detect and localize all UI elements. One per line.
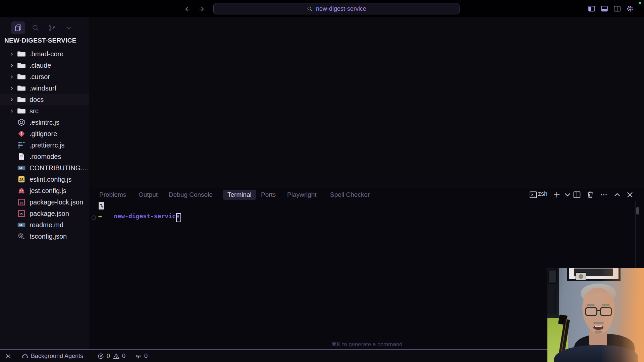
tab-problems[interactable]: Problems [99, 190, 126, 200]
search-tab-button[interactable] [29, 21, 43, 34]
more-actions-ellipsis-icon[interactable] [599, 190, 608, 199]
recording-dot [639, 2, 641, 4]
chevron-right-icon [9, 51, 14, 57]
chevron-right-icon [9, 63, 14, 68]
terminal-continuation-line: % [99, 202, 104, 209]
command-decoration-circle[interactable] [92, 216, 96, 220]
prompt-path: new-digest-service [114, 213, 179, 220]
toggle-panel-icon[interactable] [600, 5, 608, 13]
webcam-overlay [547, 268, 644, 362]
split-editor-icon[interactable] [613, 5, 621, 13]
git-branch-icon [48, 24, 56, 32]
tab-playwright[interactable]: Playwright [287, 190, 317, 200]
project-name: NEW-DIGEST-SERVICE [4, 37, 76, 44]
chevron-right-icon [9, 97, 14, 103]
markdown-icon: M↓ [17, 163, 26, 173]
tab-debug-console[interactable]: Debug Console [169, 190, 213, 200]
back-arrow-icon[interactable] [184, 5, 192, 13]
prompt-arrow: → [98, 213, 102, 220]
tab-output[interactable]: Output [139, 190, 158, 200]
problems-warnings-item[interactable]: 0 [113, 350, 125, 362]
npm-icon: n [17, 197, 26, 207]
maximize-panel-chevron-up-icon[interactable] [612, 190, 622, 199]
launch-profile-chevron-icon[interactable] [563, 190, 572, 199]
tree-item-eslintrc[interactable]: .eslintrc.js [0, 117, 89, 128]
zsh-partial-line-marker: % [99, 202, 104, 209]
folder-icon [17, 106, 26, 116]
settings-gear-icon[interactable] [626, 5, 634, 13]
tab-spell-checker[interactable]: Spell Checker [330, 190, 370, 200]
source-control-tab-button[interactable] [45, 21, 59, 34]
tree-item-cursor[interactable]: .cursor [0, 71, 89, 82]
tab-ports[interactable]: Ports [261, 190, 276, 200]
tree-item-gitignore[interactable]: .gitignore [0, 128, 89, 139]
eslint-icon [17, 118, 26, 127]
tree-item-roomodes[interactable]: .roomodes [0, 151, 89, 162]
error-circle-icon [97, 353, 104, 360]
javascript-icon: JS [17, 175, 26, 184]
toggle-sidebar-icon[interactable] [588, 5, 596, 13]
terminal-icon [529, 190, 538, 199]
tab-terminal[interactable]: Terminal [223, 190, 256, 200]
tree-item-eslint-config[interactable]: JS eslint.config.js [0, 174, 89, 185]
search-value: new-digest-service [316, 5, 366, 12]
svg-text:M↓: M↓ [19, 223, 24, 227]
close-panel-x-icon[interactable] [625, 190, 635, 199]
explorer-sidebar: NEW-DIGEST-SERVICE .bmad-core .claude .c… [0, 17, 89, 350]
kill-terminal-trash-icon[interactable] [586, 190, 595, 199]
tree-item-claude[interactable]: .claude [0, 60, 89, 71]
command-center-search[interactable]: new-digest-service [213, 3, 460, 14]
terminal-cursor [176, 213, 181, 222]
explorer-tab-button[interactable] [11, 21, 25, 34]
tree-item-tsconfig[interactable]: TS tsconfig.json [0, 231, 89, 242]
broadcast-item[interactable]: 0 [135, 350, 148, 362]
more-views-button[interactable] [62, 21, 76, 34]
jest-icon [17, 186, 26, 195]
folder-icon [17, 83, 26, 93]
chevron-down-icon [65, 24, 73, 32]
folder-icon [17, 72, 26, 81]
chevron-right-icon [9, 85, 14, 91]
chevron-right-icon [9, 74, 14, 80]
document-icon [17, 152, 26, 161]
error-count: 0 [107, 353, 110, 360]
tree-item-package-json[interactable]: n package.json [0, 208, 89, 219]
folder-icon [17, 61, 26, 70]
terminal-prompt-line[interactable]: → new-digest-service [98, 213, 179, 220]
background-agents-item[interactable]: Background Agents [21, 350, 83, 362]
radio-tower-icon [135, 353, 142, 360]
tree-item-contributing[interactable]: M↓ CONTRIBUTING.... [0, 162, 89, 174]
tree-item-docs-selected[interactable]: docs [0, 94, 89, 105]
sidebar-icon-row [0, 21, 89, 37]
forward-arrow-icon[interactable] [197, 5, 205, 13]
search-icon [307, 6, 313, 12]
files-icon [14, 24, 22, 32]
search-icon [32, 24, 40, 32]
folder-icon [17, 49, 26, 59]
terminal-scrollbar-thumb[interactable] [636, 207, 639, 215]
background-agents-label: Background Agents [31, 353, 83, 360]
markdown-icon: M↓ [17, 220, 26, 230]
tree-item-windsurf[interactable]: .windsurf [0, 82, 89, 94]
svg-text:n: n [20, 212, 23, 216]
tree-item-bmad-core[interactable]: .bmad-core [0, 48, 89, 60]
git-icon [17, 129, 26, 138]
cloud-icon [21, 353, 29, 360]
split-terminal-icon[interactable] [572, 190, 582, 199]
warm-light-glow [547, 268, 644, 362]
tree-item-src[interactable]: src [0, 105, 89, 117]
svg-text:M↓: M↓ [19, 166, 24, 170]
npm-icon: n [17, 209, 26, 218]
tree-item-prettierrc[interactable]: .prettierrc.js [0, 139, 89, 151]
remote-indicator[interactable] [5, 350, 12, 362]
svg-text:TS: TS [21, 237, 25, 240]
tree-item-jest-config[interactable]: jest.config.js [0, 185, 89, 196]
prettier-icon [17, 140, 26, 150]
new-terminal-plus-icon[interactable] [552, 190, 561, 199]
tree-item-package-lock[interactable]: n package-lock.json [0, 196, 89, 208]
folder-icon [17, 95, 26, 104]
remote-angle-brackets-icon [5, 353, 12, 360]
problems-errors-item[interactable]: 0 [97, 350, 110, 362]
tree-item-readme[interactable]: M↓ readme.md [0, 219, 89, 231]
editor-area [90, 17, 644, 187]
